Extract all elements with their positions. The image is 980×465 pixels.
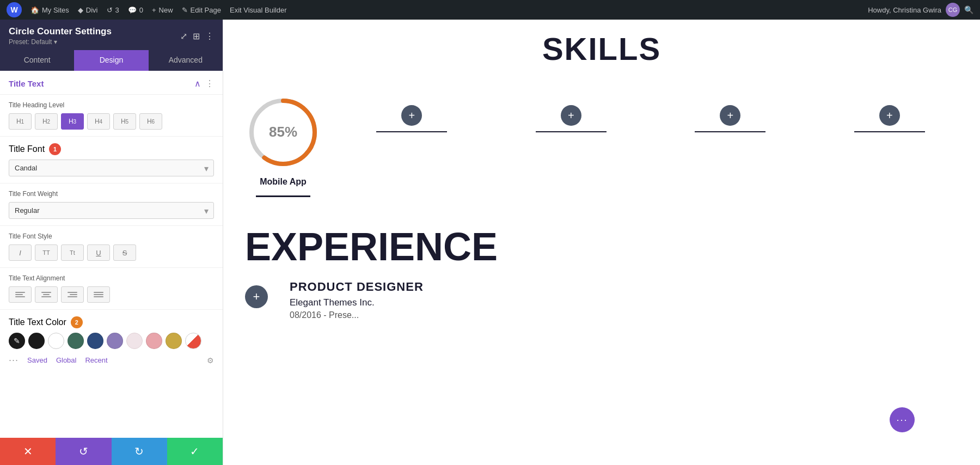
global-colors-link[interactable]: Global <box>56 356 77 364</box>
collapse-icon[interactable]: ∧ <box>194 78 201 89</box>
tab-content[interactable]: Content <box>0 50 74 71</box>
panel-preset[interactable]: Preset: Default ▾ <box>9 38 112 46</box>
color-picker-button[interactable]: ✎ <box>9 333 25 349</box>
more-colors-icon[interactable]: ··· <box>9 354 19 366</box>
add-item-button-4[interactable]: + <box>879 105 900 126</box>
experience-details: PRODUCT DESIGNER Elegant Themes Inc. 08/… <box>290 280 958 320</box>
color-swatch-gold[interactable] <box>166 333 182 349</box>
title-font-style-group: Title Font Style I TT Tt U S <box>0 226 223 268</box>
circle-counter-label: Mobile App <box>260 177 307 187</box>
h5-button[interactable]: H5 <box>113 113 136 130</box>
fullscreen-icon[interactable]: ⤢ <box>180 31 187 41</box>
title-color-label: Title Text Color <box>9 317 66 327</box>
h6-button[interactable]: H6 <box>139 113 162 130</box>
add-underline-2 <box>536 131 607 132</box>
saved-colors-link[interactable]: Saved <box>27 356 47 364</box>
capitalize-button[interactable]: Tt <box>61 244 84 261</box>
add-underline-3 <box>695 131 765 132</box>
edit-page-link[interactable]: ✎ Edit Page <box>182 6 221 14</box>
h3-button[interactable]: H3 <box>61 113 84 130</box>
section-menu-icon[interactable]: ⋮ <box>205 78 214 89</box>
title-alignment-group: Title Text Alignment <box>0 268 223 310</box>
my-sites-menu[interactable]: 🏠 My Sites <box>30 6 69 14</box>
title-color-badge: 2 <box>71 316 83 328</box>
redo-button[interactable]: ↻ <box>112 438 167 465</box>
section-actions: ∧ ⋮ <box>194 78 214 89</box>
title-text-label: Title Text <box>9 79 44 88</box>
tab-design[interactable]: Design <box>74 50 148 71</box>
italic-button[interactable]: I <box>9 244 32 261</box>
new-menu[interactable]: + New <box>152 6 173 14</box>
company-name: Elegant Themes Inc. <box>290 297 958 308</box>
exit-builder-link[interactable]: Exit Visual Builder <box>230 6 287 14</box>
floating-dots-button[interactable]: ··· <box>890 407 915 432</box>
action-bar: ✕ ↺ ↻ ✓ <box>0 438 223 465</box>
color-swatch-light-pink[interactable] <box>126 333 143 349</box>
color-swatch-clear[interactable] <box>185 333 201 349</box>
add-item-button-3[interactable]: + <box>720 105 740 126</box>
circle-counter-svg: 85% <box>245 94 321 170</box>
more-options-icon[interactable]: ⋮ <box>205 31 214 41</box>
font-style-buttons: I TT Tt U S <box>9 244 214 261</box>
color-swatch-dark-green[interactable] <box>68 333 84 349</box>
user-avatar[interactable]: CG <box>946 3 960 17</box>
experience-row: + PRODUCT DESIGNER Elegant Themes Inc. 0… <box>245 280 958 320</box>
add-column-1: + <box>343 94 481 132</box>
add-item-button-1[interactable]: + <box>401 105 422 126</box>
title-font-weight-label: Title Font Weight <box>9 190 214 198</box>
tab-advanced[interactable]: Advanced <box>149 50 223 71</box>
uppercase-button[interactable]: TT <box>35 244 58 261</box>
color-swatch-lavender[interactable] <box>107 333 123 349</box>
date-range: 08/2016 - Prese... <box>290 310 958 320</box>
title-font-group: Title Font 1 Candal <box>0 137 223 183</box>
title-alignment-label: Title Text Alignment <box>9 274 214 282</box>
title-color-section: Title Text Color 2 ✎ <box>0 310 223 372</box>
align-justify-button[interactable] <box>87 286 110 303</box>
h2-button[interactable]: H2 <box>35 113 58 130</box>
settings-panel: Circle Counter Settings Preset: Default … <box>0 20 223 465</box>
align-right-button[interactable] <box>61 286 84 303</box>
home-icon: 🏠 <box>30 6 39 14</box>
underline-button[interactable]: U <box>87 244 110 261</box>
comments-menu[interactable]: 💬 0 <box>128 6 143 14</box>
add-underline-4 <box>854 131 925 132</box>
recent-colors-link[interactable]: Recent <box>85 356 107 364</box>
columns-icon[interactable]: ⊞ <box>193 31 200 41</box>
search-icon[interactable]: 🔍 <box>964 5 973 14</box>
add-column-2: + <box>503 94 640 132</box>
cancel-button[interactable]: ✕ <box>0 438 56 465</box>
panel-tabs: Content Design Advanced <box>0 50 223 71</box>
color-swatch-black[interactable] <box>28 333 45 349</box>
h4-button[interactable]: H4 <box>87 113 110 130</box>
job-title: PRODUCT DESIGNER <box>290 280 958 294</box>
color-settings-icon[interactable]: ⚙ <box>207 356 214 365</box>
color-swatch-pink[interactable] <box>146 333 162 349</box>
align-left-button[interactable] <box>9 286 32 303</box>
add-item-button-2[interactable]: + <box>561 105 581 126</box>
title-font-weight-select[interactable]: Regular <box>9 202 214 219</box>
divi-menu[interactable]: ◆ Divi <box>78 6 98 14</box>
strikethrough-button[interactable]: S <box>113 244 136 261</box>
title-font-label: Title Font <box>9 144 45 154</box>
save-button[interactable]: ✓ <box>167 438 223 465</box>
align-center-icon <box>39 290 53 299</box>
updates-icon: ↺ <box>107 6 113 14</box>
panel-header: Circle Counter Settings Preset: Default … <box>0 20 223 50</box>
reset-button[interactable]: ↺ <box>56 438 111 465</box>
h1-button[interactable]: H1 <box>9 113 32 130</box>
color-swatch-dark-blue[interactable] <box>87 333 103 349</box>
title-text-section: Title Text ∧ ⋮ <box>0 71 223 95</box>
add-experience-button[interactable]: + <box>245 285 268 308</box>
title-font-select[interactable]: Candal <box>9 160 214 176</box>
plus-icon: + <box>152 6 156 14</box>
add-underline-1 <box>376 131 447 132</box>
circle-counter: 85% Mobile App <box>245 94 321 197</box>
updates-menu[interactable]: ↺ 3 <box>107 6 119 14</box>
heading-level-label: Title Heading Level <box>9 101 214 109</box>
title-font-weight-group: Title Font Weight Regular <box>0 183 223 226</box>
color-swatch-white[interactable] <box>48 333 64 349</box>
wp-logo-icon[interactable]: W <box>7 2 22 17</box>
color-swatches: ✎ <box>9 333 214 349</box>
align-center-button[interactable] <box>35 286 58 303</box>
add-column-3: + <box>661 94 799 132</box>
